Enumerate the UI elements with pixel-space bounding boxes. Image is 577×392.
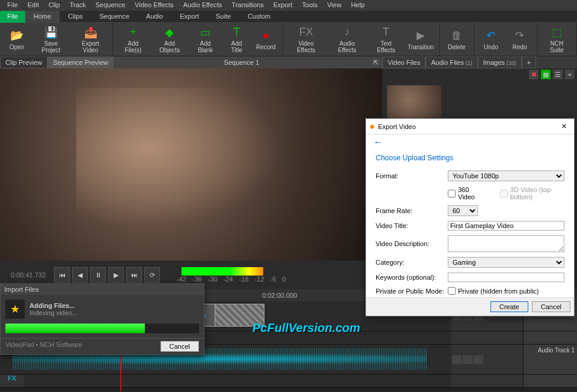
audio-fx-track: FX [0,375,577,388]
undo-button[interactable]: ↶Undo [477,24,505,55]
video-title-input[interactable] [448,221,564,231]
ribbon-tab-audio[interactable]: Audio [138,11,171,22]
audio-effects-button[interactable]: ♪Audio Effects [326,24,367,55]
import-adding-label: Adding Files... [29,302,78,309]
back-arrow-icon[interactable]: ← [373,137,383,147]
text-effects-button[interactable]: TText Effects [368,24,405,55]
add-objects-button[interactable]: ◆Add Objects [150,24,189,55]
transport-button[interactable]: ▶ [108,267,124,283]
fx-track-label [523,331,577,344]
private-mode-label: Private or Public Mode: [376,288,448,295]
cb-3d-video[interactable]: 3D Video (top-bottom) [500,186,564,201]
delete-button[interactable]: 🗑Delete [442,24,471,55]
preview-pane: Clip Preview Sequence Preview Sequence 1… [0,56,382,261]
import-dialog-title: Import Files [1,284,204,295]
save-project-button[interactable]: 💾Save Project [31,24,71,55]
ruler-tick: 0:02:00.000 [262,292,297,299]
export-video-button[interactable]: 📤Export Video [71,24,111,55]
preview-viewport[interactable] [0,68,382,261]
transport-button[interactable]: ⏸ [90,267,106,283]
list-view-icon[interactable]: ☰ [553,70,563,79]
export-cancel-button[interactable]: Cancel [532,301,570,312]
close-icon[interactable]: ✕ [558,122,570,130]
video-title-label: Video Title: [376,222,448,229]
cb-private[interactable]: Private (hidden from public) [448,287,539,295]
format-label: Format: [376,172,448,179]
menu-track[interactable]: Track [65,0,91,11]
keywords-label: Keywords (optional): [376,274,448,281]
create-button[interactable]: Create [490,301,528,312]
menu-export[interactable]: Export [269,0,298,11]
transition-button[interactable]: ▶Transition [405,24,437,55]
bin-tab-images[interactable]: Images (10) [478,56,522,68]
cb-360-video[interactable]: 360 Video [448,186,482,201]
audio-fx-body[interactable]: FX [0,375,451,387]
audio-fx-label [523,375,577,387]
menu-file[interactable]: File [2,0,23,11]
ribbon-tab-custom[interactable]: Custom [239,11,279,22]
grid-view-icon[interactable]: ▦ [541,70,551,79]
sequence-title: Sequence 1 [114,59,370,66]
video-effects-button[interactable]: FXVideo Effects [285,24,326,55]
format-select[interactable]: YouTube 1080p [448,170,564,181]
file-tab[interactable]: File [0,11,25,23]
menu-clip[interactable]: Clip [44,0,65,11]
audio-track-controls [451,345,523,374]
framerate-label: Frame Rate: [376,207,448,214]
audio-lock-icon[interactable] [452,355,462,364]
menu-view[interactable]: View [322,0,346,11]
category-select[interactable]: Gaming [448,257,564,268]
ribbon-tab-suite[interactable]: Suite [207,11,239,22]
menu-sequence[interactable]: Sequence [91,0,130,11]
menu-transitions[interactable]: Transitions [227,0,268,11]
nch-suite-button[interactable]: ⬚NCH Suite [540,24,574,55]
framerate-select[interactable]: 60 [448,205,478,216]
keywords-input[interactable] [448,273,564,282]
bin-add-tab[interactable]: + [522,56,536,68]
add-tab-icon[interactable]: + [565,70,575,79]
bin-tab-video-files[interactable]: Video Files [382,56,426,68]
popout-icon[interactable]: ⇱ [370,59,382,67]
preview-tabs: Clip Preview Sequence Preview Sequence 1… [0,56,382,68]
tab-clip-preview[interactable]: Clip Preview [0,56,47,68]
ribbon-tab-home[interactable]: Home [25,11,60,22]
timecode-display: 0:00:41.732 [11,271,46,279]
record-button[interactable]: ●Record [251,24,280,55]
menu-video-effects[interactable]: Video Effects [130,0,178,11]
bin-tab-audio-files[interactable]: Audio Files (1) [426,56,477,68]
ribbon-tab-export[interactable]: Export [171,11,207,22]
audio-fx-controls [451,375,523,387]
import-progress-fill [5,324,145,333]
watermark-text: PcFullVersion.com [252,321,360,335]
vu-scale: -42-36-30-24-18-12-60 [177,276,285,283]
audio-mute-icon[interactable] [463,355,472,364]
menu-tools[interactable]: Tools [298,0,323,11]
add-title-button[interactable]: TAdd Title [222,24,251,55]
redo-button[interactable]: ↷Redo [505,24,534,55]
add-file-s--button[interactable]: +Add File(s) [115,24,150,55]
menu-bar: FileEditClipTrackSequenceVideo EffectsAu… [0,0,577,11]
star-icon: ★ [5,300,25,319]
delete-icon[interactable]: ✖ [529,70,539,79]
import-files-dialog: Import Files ★ Adding Files... Indexing … [0,283,204,355]
export-app-icon: ◆ [370,122,374,130]
ribbon-tab-clips[interactable]: Clips [60,11,91,22]
video-desc-textarea[interactable] [448,235,564,252]
transport-button[interactable]: ◀ [72,267,88,283]
audio-fx-badge[interactable]: FX [0,375,24,387]
menu-help[interactable]: Help [346,0,370,11]
menu-edit[interactable]: Edit [23,0,44,11]
ribbon-tab-sequence[interactable]: Sequence [91,11,138,22]
menu-audio-effects[interactable]: Audio Effects [179,0,227,11]
transport-button[interactable]: ⏮ [54,267,70,283]
transport-button[interactable]: ⏭ [126,267,142,283]
tab-sequence-preview[interactable]: Sequence Preview [47,56,114,68]
audio-track-label: Audio Track 1 [523,345,577,374]
transport-button[interactable]: ⟳ [144,267,160,283]
bin-toolbar: ✖ ▦ ☰ + [382,68,577,80]
import-progress-bar [5,324,199,333]
import-cancel-button[interactable]: Cancel [160,341,199,352]
add-blank-button[interactable]: ▭Add Blank [189,24,222,55]
audio-solo-icon[interactable] [474,355,483,364]
open-button[interactable]: 📂Open [2,24,31,55]
